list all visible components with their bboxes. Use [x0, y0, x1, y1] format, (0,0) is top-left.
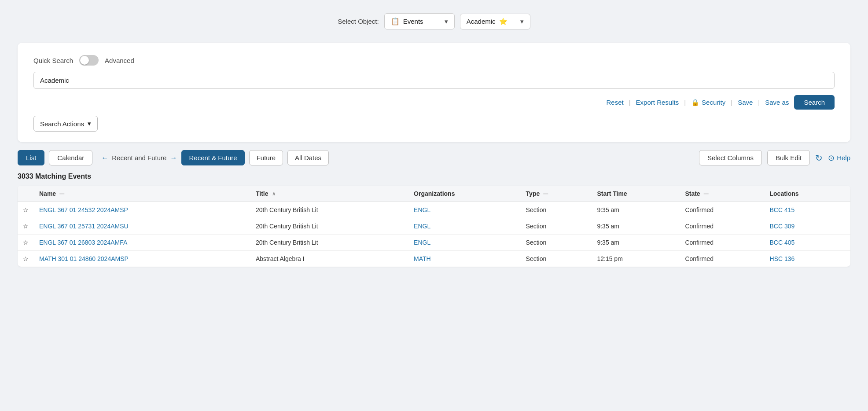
col-star	[18, 186, 34, 202]
filter-dropdown[interactable]: Academic ⭐ ▾	[460, 14, 530, 29]
reset-button[interactable]: Reset	[604, 97, 626, 108]
location-cell: HSC 136	[765, 251, 850, 267]
results-table: Name — Title ∧ Organizations Type —	[18, 186, 850, 267]
nav-label: Recent and Future	[112, 154, 166, 161]
start-time-cell: 9:35 am	[592, 235, 680, 251]
org-cell: ENGL	[408, 235, 520, 251]
star-icon: ⭐	[499, 18, 508, 26]
select-object-label: Select Object:	[338, 18, 379, 25]
star-cell[interactable]: ☆	[18, 251, 34, 267]
divider-3: |	[731, 99, 732, 106]
state-cell: Confirmed	[680, 251, 764, 267]
table-row: ☆ ENGL 367 01 25731 2024AMSU 20th Centur…	[18, 218, 850, 235]
refresh-icon[interactable]: ↻	[815, 153, 823, 163]
table-row: ☆ MATH 301 01 24860 2024AMSP Abstract Al…	[18, 251, 850, 267]
search-button[interactable]: Search	[794, 95, 835, 110]
star-cell[interactable]: ☆	[18, 235, 34, 251]
calendar-view-button[interactable]: Calendar	[49, 150, 92, 165]
quick-search-label: Quick Search	[33, 57, 73, 64]
bulk-edit-button[interactable]: Bulk Edit	[767, 150, 810, 165]
sort-type-icon: —	[543, 191, 548, 196]
col-type[interactable]: Type —	[521, 186, 592, 202]
col-title[interactable]: Title ∧	[250, 186, 408, 202]
title-cell: Abstract Algebra I	[250, 251, 408, 267]
select-object-row: Select Object: 📋 Events ▾ Academic ⭐ ▾	[18, 13, 850, 29]
chevron-down-icon: ▾	[445, 18, 448, 26]
location-cell: BCC 415	[765, 202, 850, 218]
col-state[interactable]: State —	[680, 186, 764, 202]
table-row: ☆ ENGL 367 01 24532 2024AMSP 20th Centur…	[18, 202, 850, 218]
security-button[interactable]: 🔒 Security	[688, 97, 728, 108]
recent-future-button[interactable]: Recent & Future	[181, 150, 244, 165]
col-name[interactable]: Name —	[34, 186, 250, 202]
help-button[interactable]: ⊙ Help	[828, 153, 850, 163]
list-view-button[interactable]: List	[18, 150, 44, 165]
star-cell[interactable]: ☆	[18, 202, 34, 218]
object-dropdown[interactable]: 📋 Events ▾	[384, 13, 455, 29]
state-cell: Confirmed	[680, 218, 764, 235]
divider-4: |	[758, 99, 760, 106]
star-cell[interactable]: ☆	[18, 218, 34, 235]
results-toolbar: List Calendar ← Recent and Future → Rece…	[18, 150, 850, 165]
save-button[interactable]: Save	[735, 97, 755, 108]
right-actions: Select Columns Bulk Edit ↻ ⊙ Help	[699, 150, 850, 165]
type-cell: Section	[521, 218, 592, 235]
nav-left-arrow[interactable]: ←	[101, 154, 108, 162]
save-as-button[interactable]: Save as	[762, 97, 791, 108]
advanced-label: Advanced	[105, 57, 134, 64]
search-actions-label: Search Actions	[40, 120, 84, 128]
type-cell: Section	[521, 235, 592, 251]
org-cell: MATH	[408, 251, 520, 267]
org-link[interactable]: ENGL	[414, 223, 430, 230]
all-dates-button[interactable]: All Dates	[287, 150, 329, 165]
location-link[interactable]: BCC 309	[770, 223, 795, 230]
type-cell: Section	[521, 251, 592, 267]
quick-search-row: Quick Search Advanced	[33, 55, 835, 66]
sort-name-icon: —	[59, 191, 64, 196]
location-link[interactable]: BCC 405	[770, 239, 795, 246]
academic-label: Academic	[467, 18, 496, 25]
select-columns-button[interactable]: Select Columns	[699, 150, 762, 165]
event-name-link[interactable]: ENGL 367 01 24532 2024AMSP	[39, 206, 128, 213]
org-cell: ENGL	[408, 218, 520, 235]
nav-right-arrow[interactable]: →	[170, 154, 177, 162]
export-results-button[interactable]: Export Results	[633, 97, 682, 108]
events-icon: 📋	[391, 17, 400, 26]
location-link[interactable]: HSC 136	[770, 255, 795, 262]
sort-title-icon: ∧	[272, 191, 276, 197]
col-locations: Locations	[765, 186, 850, 202]
search-actions-dropdown[interactable]: Search Actions ▾	[33, 116, 98, 132]
start-time-cell: 12:15 pm	[592, 251, 680, 267]
search-actions-row: Reset | Export Results | 🔒 Security | Sa…	[33, 95, 835, 110]
chevron-down-icon: ▾	[520, 18, 524, 26]
event-name-link[interactable]: MATH 301 01 24860 2024AMSP	[39, 255, 129, 262]
start-time-cell: 9:35 am	[592, 218, 680, 235]
name-cell: ENGL 367 01 26803 2024AMFA	[34, 235, 250, 251]
search-panel: Quick Search Advanced Reset | Export Res…	[18, 43, 850, 142]
name-cell: ENGL 367 01 25731 2024AMSU	[34, 218, 250, 235]
table-header-row: Name — Title ∧ Organizations Type —	[18, 186, 850, 202]
start-time-cell: 9:35 am	[592, 202, 680, 218]
future-button[interactable]: Future	[249, 150, 283, 165]
chevron-down-icon: ▾	[88, 120, 91, 128]
search-mode-toggle[interactable]	[79, 55, 99, 66]
date-nav: ← Recent and Future →	[101, 154, 177, 162]
org-link[interactable]: ENGL	[414, 239, 430, 246]
search-input[interactable]	[33, 72, 835, 89]
event-name-link[interactable]: ENGL 367 01 26803 2024AMFA	[39, 239, 127, 246]
name-cell: ENGL 367 01 24532 2024AMSP	[34, 202, 250, 218]
table-row: ☆ ENGL 367 01 26803 2024AMFA 20th Centur…	[18, 235, 850, 251]
event-name-link[interactable]: ENGL 367 01 25731 2024AMSU	[39, 223, 129, 230]
location-link[interactable]: BCC 415	[770, 206, 795, 213]
lock-icon: 🔒	[691, 99, 699, 106]
divider-2: |	[684, 99, 686, 106]
help-circle-icon: ⊙	[828, 153, 835, 163]
location-cell: BCC 309	[765, 218, 850, 235]
org-link[interactable]: MATH	[414, 255, 431, 262]
org-link[interactable]: ENGL	[414, 206, 430, 213]
state-cell: Confirmed	[680, 235, 764, 251]
type-cell: Section	[521, 202, 592, 218]
title-cell: 20th Century British Lit	[250, 218, 408, 235]
col-organizations: Organizations	[408, 186, 520, 202]
state-cell: Confirmed	[680, 202, 764, 218]
